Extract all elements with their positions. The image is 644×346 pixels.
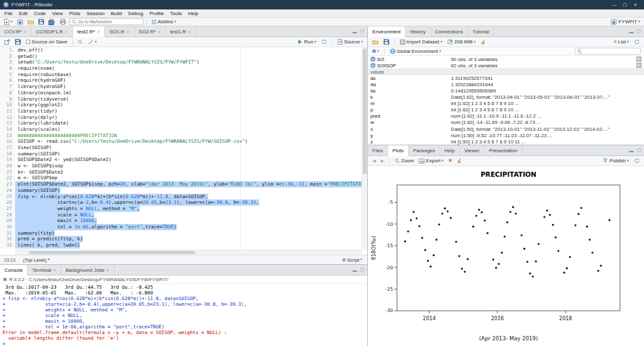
code-line-7[interactable]: 7library(hydroGOF) xyxy=(0,84,367,90)
env-value-row[interactable]: pint [1:62] 1 2 3 4 5 6 7 8 9 10 ... xyxy=(368,107,644,113)
code-line-13[interactable]: 13library(lubridate) xyxy=(0,120,367,126)
code-line-22[interactable]: 22m <- SOISOP$mp xyxy=(0,175,367,181)
goto-file-search[interactable] xyxy=(69,18,143,25)
code-line-3[interactable]: 3setwd("C:/Users/festu/OneDrive/Desktop/… xyxy=(0,59,367,65)
menu-debug[interactable]: Debug xyxy=(125,11,147,16)
maximize-icon[interactable]: ▢ xyxy=(619,1,630,9)
code-line-10[interactable]: 10library(ggplot2) xyxy=(0,102,367,108)
scrollbar-thumb[interactable] xyxy=(363,48,367,174)
menu-help[interactable]: Help xyxy=(185,11,201,16)
menu-tools[interactable]: Tools xyxy=(167,11,185,16)
scrollbar-thumb[interactable] xyxy=(29,251,195,254)
view-table-icon[interactable] xyxy=(636,57,641,62)
menu-profile[interactable]: Profile xyxy=(147,11,167,16)
open-file-button[interactable] xyxy=(26,18,35,26)
code-line-12[interactable]: 12library(dplyr) xyxy=(0,114,367,121)
menu-edit[interactable]: Edit xyxy=(16,11,31,16)
find-button[interactable] xyxy=(77,38,84,46)
menu-build[interactable]: Build xyxy=(108,11,125,16)
tab-connections[interactable]: Connections xyxy=(431,26,468,36)
tab-environment[interactable]: Environment xyxy=(368,26,406,37)
publish-button[interactable]: Publish▾ xyxy=(601,157,630,165)
tab-tutorial[interactable]: Tutorial xyxy=(468,26,494,36)
close-tab-icon[interactable]: × xyxy=(53,267,57,273)
tab-help[interactable]: Help xyxy=(440,145,460,155)
tab-plots[interactable]: Plots xyxy=(388,145,409,156)
tab-ccisop1-r[interactable]: CCISOP1.R× xyxy=(31,26,73,36)
code-line-9[interactable]: 9library(tidyverse) xyxy=(0,96,367,103)
tab-console[interactable]: Console xyxy=(0,265,28,276)
expand-object-icon[interactable]: ▸ xyxy=(370,57,375,62)
env-value-row[interactable]: ynum [1:50] -9.52 -10.77 -11.03 -11.07 -… xyxy=(368,132,644,138)
goto-file-input[interactable] xyxy=(78,20,141,24)
code-line-16[interactable]: 16SOISOP <- read.csv("C:/Users/festu/One… xyxy=(0,138,367,145)
code-line-29[interactable]: 29 maxit = 10000, xyxy=(0,218,367,224)
tab-so2-r[interactable]: SO2.R*× xyxy=(135,26,166,36)
tab-test1-r[interactable]: test1.R× xyxy=(165,26,196,36)
import-dataset-button[interactable]: Import Dataset▾ xyxy=(399,38,443,46)
popout-button[interactable] xyxy=(3,38,11,46)
minimize-icon[interactable]: — xyxy=(609,1,619,9)
source-on-save-checkbox[interactable] xyxy=(26,40,30,44)
console-output[interactable]: 3rd Qu.:2017-09-23 3rd Qu.:44.75 3rd Qu.… xyxy=(0,284,367,346)
clear-workspace-button[interactable] xyxy=(479,38,487,46)
menu-code[interactable]: Code xyxy=(31,11,49,16)
zoom-plot-button[interactable]: Zoom xyxy=(394,157,415,165)
pane-maximize-icon[interactable]: ▢ xyxy=(360,29,364,34)
menu-view[interactable]: View xyxy=(49,11,66,16)
environment-scope-selector[interactable]: Global Environment▾ xyxy=(389,48,443,55)
code-line-30[interactable]: 30 tol = 1e-06,algorithm = "port",trace=… xyxy=(0,224,367,230)
tab-presentation[interactable]: Presentation xyxy=(485,145,523,155)
next-plot-button[interactable]: ▶ xyxy=(379,157,385,165)
menu-file[interactable]: File xyxy=(1,11,16,16)
code-line-14[interactable]: 14library(scales) xyxy=(0,126,367,133)
menu-session[interactable]: Session xyxy=(84,11,108,16)
addins-button[interactable]: Addins▾ xyxy=(150,18,177,26)
env-object-row[interactable]: ▸SOISOP62 obs. of 3 variables xyxy=(368,62,644,69)
editor-horizontal-scrollbar[interactable] xyxy=(15,250,362,255)
scope-selector[interactable]: (Top Level)▾ xyxy=(22,256,51,264)
code-line-24[interactable]: 24summary(SOISOP) xyxy=(0,187,367,194)
load-workspace-button[interactable] xyxy=(371,38,380,46)
print-button[interactable] xyxy=(58,18,67,26)
close-tab-icon[interactable]: × xyxy=(158,29,161,35)
tab-terminal[interactable]: Terminal× xyxy=(28,265,61,275)
close-tab-icon[interactable]: × xyxy=(106,267,109,273)
run-button[interactable]: Run▾ xyxy=(296,38,317,46)
project-selector[interactable]: RFYWFIT▾ xyxy=(609,18,641,26)
code-line-33[interactable]: 33lines( k, pred, lwd=2) xyxy=(0,242,367,248)
code-line-4[interactable]: 4require(nsme) xyxy=(0,65,367,72)
code-line-28[interactable]: 28 scale = NULL, xyxy=(0,212,367,218)
source-button[interactable]: Source▾ xyxy=(336,38,364,46)
code-line-26[interactable]: 26 start=c(a-2,b=-0.4),upper=c(a=20.05,b… xyxy=(0,199,367,206)
env-value-row[interactable]: wnum [1:62] -14 -11.69 -9.06 -7.22 -8.73… xyxy=(368,120,644,126)
doc-type-selector[interactable]: R Script▾ xyxy=(341,256,364,264)
source-on-save-toggle[interactable]: Source on Save xyxy=(25,38,69,46)
save-source-button[interactable] xyxy=(14,38,22,46)
refresh-environment-button[interactable] xyxy=(633,38,641,46)
close-tab-icon[interactable]: × xyxy=(97,29,100,35)
new-project-button[interactable]: R xyxy=(16,18,25,26)
save-button[interactable] xyxy=(37,18,45,26)
tab-viewer[interactable]: Viewer xyxy=(460,145,484,155)
pane-maximize-icon[interactable]: ▢ xyxy=(360,267,364,272)
pane-minimize-icon[interactable]: ▬ xyxy=(352,30,357,34)
env-value-row[interactable]: zint [1:50] 1 2 3 4 5 6 7 8 9 10 11 ... xyxy=(368,138,644,145)
pane-maximize-icon[interactable]: ▢ xyxy=(636,148,641,153)
code-line-1[interactable]: 1dev.off() xyxy=(0,47,367,53)
close-tab-icon[interactable]: × xyxy=(23,29,26,35)
refresh-plot-button[interactable] xyxy=(633,157,641,165)
code-line-8[interactable]: 8library(minpack.lm) xyxy=(0,90,367,96)
tab-background-jobs[interactable]: Background Jobs× xyxy=(61,265,114,275)
tab-history[interactable]: History xyxy=(406,26,431,36)
code-line-15[interactable]: 15######################PRECIPITATION xyxy=(0,133,367,139)
code-line-5[interactable]: 5require(robustbase) xyxy=(0,72,367,78)
memory-usage-button[interactable]: 208 MiB▾ xyxy=(446,38,477,46)
environment-search[interactable] xyxy=(575,48,641,55)
pane-maximize-icon[interactable]: ▢ xyxy=(636,29,641,34)
view-table-icon[interactable] xyxy=(636,63,641,68)
close-icon[interactable]: ✕ xyxy=(630,1,641,9)
env-value-row[interactable]: As1.32023884291644 xyxy=(368,81,644,87)
code-line-32[interactable]: 32pred = predict(fitp, k) xyxy=(0,236,367,242)
menu-plots[interactable]: Plots xyxy=(66,11,84,16)
